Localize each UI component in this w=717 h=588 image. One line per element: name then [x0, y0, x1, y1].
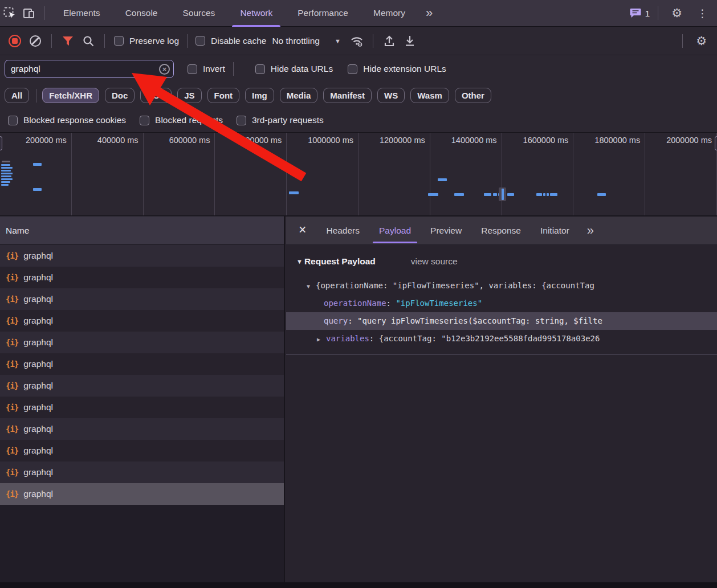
import-har-icon[interactable]: [379, 31, 400, 51]
payload-variables-row[interactable]: ▶ variables: {accountTag: "b12e3b2192ee5…: [286, 330, 717, 348]
filter-funnel-icon[interactable]: [58, 31, 78, 51]
more-tabs-icon[interactable]: »: [418, 6, 439, 21]
tab-initiator[interactable]: Initiator: [531, 217, 579, 245]
tab-sources[interactable]: Sources: [170, 0, 228, 27]
issues-counter[interactable]: 1: [628, 8, 652, 18]
chip-doc[interactable]: Doc: [105, 88, 135, 103]
divider: [658, 6, 658, 20]
request-row[interactable]: {i}graphql: [0, 353, 284, 375]
device-toolbar-icon[interactable]: [19, 3, 39, 23]
network-settings-gear-icon[interactable]: ⚙: [689, 34, 717, 48]
checkbox[interactable]: [237, 116, 246, 125]
network-conditions-icon[interactable]: [347, 31, 367, 51]
hide-data-urls-checkbox[interactable]: Hide data URLs: [255, 64, 333, 74]
chip-media[interactable]: Media: [280, 88, 318, 103]
disable-cache-checkbox[interactable]: Disable cache: [195, 36, 266, 46]
request-row[interactable]: {i}graphql: [0, 397, 284, 418]
clear-network-log-icon[interactable]: [25, 31, 46, 51]
fetch-xhr-icon: {i}: [6, 381, 18, 390]
chip-img[interactable]: Img: [245, 88, 274, 103]
request-row[interactable]: {i}graphql: [0, 288, 284, 310]
divider: [36, 89, 36, 103]
chip-other[interactable]: Other: [455, 88, 491, 103]
timeline-request-bar: [550, 193, 557, 196]
search-icon[interactable]: [78, 31, 99, 51]
timeline-request-bar: [1, 178, 13, 180]
request-name: graphql: [23, 337, 53, 348]
tab-console[interactable]: Console: [113, 0, 170, 27]
blocked-requests-checkbox[interactable]: Blocked requests: [140, 115, 223, 125]
kebab-menu-icon[interactable]: ⋮: [690, 7, 717, 20]
request-row[interactable]: {i}graphql: [0, 245, 284, 267]
tab-elements[interactable]: Elements: [51, 0, 113, 27]
preserve-log-checkbox[interactable]: Preserve log: [114, 36, 179, 46]
checkbox[interactable]: [114, 36, 124, 46]
payload-root-row[interactable]: ▼ {operationName: "ipFlowTimeseries", va…: [286, 277, 717, 295]
clear-filter-icon[interactable]: ×: [159, 64, 170, 75]
fetch-xhr-icon: {i}: [6, 360, 18, 369]
checkbox[interactable]: [188, 64, 197, 74]
requests-panel: Name {i}graphql {i}graphql {i}graphql {i…: [0, 217, 285, 582]
request-row[interactable]: {i}graphql: [0, 440, 284, 462]
throttling-dropdown[interactable]: No throttling ▼: [266, 36, 346, 46]
payload-query-row-selected[interactable]: query: "query ipFlowTimeseries($accountT…: [286, 312, 717, 330]
request-row[interactable]: {i}graphql: [0, 332, 284, 353]
chip-wasm[interactable]: Wasm: [410, 88, 449, 103]
request-row-selected[interactable]: {i}graphql: [0, 483, 284, 505]
export-har-icon[interactable]: [400, 31, 420, 51]
tab-response[interactable]: Response: [471, 217, 531, 245]
settings-gear-icon[interactable]: ⚙: [664, 6, 690, 20]
close-icon[interactable]: ×: [286, 222, 316, 239]
collapse-triangle-icon[interactable]: ▼: [296, 258, 303, 265]
payload-operation-row[interactable]: operationName: "ipFlowTimeseries": [286, 295, 717, 312]
record-network-log-icon[interactable]: [5, 31, 25, 51]
request-row[interactable]: {i}graphql: [0, 462, 284, 483]
chip-manifest[interactable]: Manifest: [323, 88, 372, 103]
timeline-right-handle[interactable]: [715, 136, 717, 150]
name-column-header[interactable]: Name: [0, 217, 284, 245]
checkbox[interactable]: [140, 116, 149, 125]
divider: [233, 62, 234, 76]
inspect-element-icon[interactable]: [0, 3, 19, 23]
third-party-requests-checkbox[interactable]: 3rd-party requests: [237, 115, 324, 125]
request-row[interactable]: {i}graphql: [0, 375, 284, 397]
checkbox[interactable]: [195, 36, 205, 46]
chip-fetch-xhr[interactable]: Fetch/XHR: [42, 88, 99, 103]
blocked-response-cookies-checkbox[interactable]: Blocked response cookies: [8, 115, 126, 125]
request-name: graphql: [23, 272, 53, 283]
tab-memory[interactable]: Memory: [361, 0, 418, 27]
timeline-request-bar: [543, 193, 545, 196]
chip-font[interactable]: Font: [207, 88, 239, 103]
tab-network[interactable]: Network: [227, 0, 285, 27]
chip-css[interactable]: CSS: [140, 88, 172, 103]
hide-extension-urls-checkbox[interactable]: Hide extension URLs: [348, 64, 446, 74]
payload-value: "query ipFlowTimeseries($accountTag: str…: [357, 316, 602, 325]
request-row[interactable]: {i}graphql: [0, 418, 284, 440]
tab-payload[interactable]: Payload: [369, 217, 421, 245]
chip-js[interactable]: JS: [177, 88, 201, 103]
tab-headers[interactable]: Headers: [316, 217, 369, 245]
request-row[interactable]: {i}graphql: [0, 267, 284, 288]
payload-key: operationName: [324, 299, 386, 308]
hide-extension-urls-label: Hide extension URLs: [363, 64, 446, 74]
invert-checkbox[interactable]: Invert: [188, 64, 225, 74]
third-party-requests-label: 3rd-party requests: [252, 115, 324, 125]
chip-all[interactable]: All: [5, 88, 29, 103]
divider: [286, 354, 717, 355]
checkbox[interactable]: [255, 64, 265, 74]
chip-ws[interactable]: WS: [377, 88, 405, 103]
view-source-link[interactable]: view source: [411, 256, 458, 267]
tab-performance[interactable]: Performance: [285, 0, 361, 27]
more-details-tabs-icon[interactable]: »: [579, 223, 601, 238]
expand-triangle-icon[interactable]: ▶: [317, 330, 320, 348]
network-overview-timeline[interactable]: 200000 ms 400000 ms 600000 ms 800000 ms …: [0, 133, 717, 217]
checkbox[interactable]: [348, 64, 357, 74]
filter-input[interactable]: graphql ×: [5, 60, 174, 78]
request-row[interactable]: {i}graphql: [0, 310, 284, 332]
tab-preview[interactable]: Preview: [421, 217, 471, 245]
timeline-request-bar: [2, 161, 10, 162]
request-name: graphql: [23, 381, 53, 391]
expand-triangle-icon[interactable]: ▼: [307, 277, 310, 295]
timeline-left-handle[interactable]: [0, 136, 2, 150]
checkbox[interactable]: [8, 116, 18, 125]
